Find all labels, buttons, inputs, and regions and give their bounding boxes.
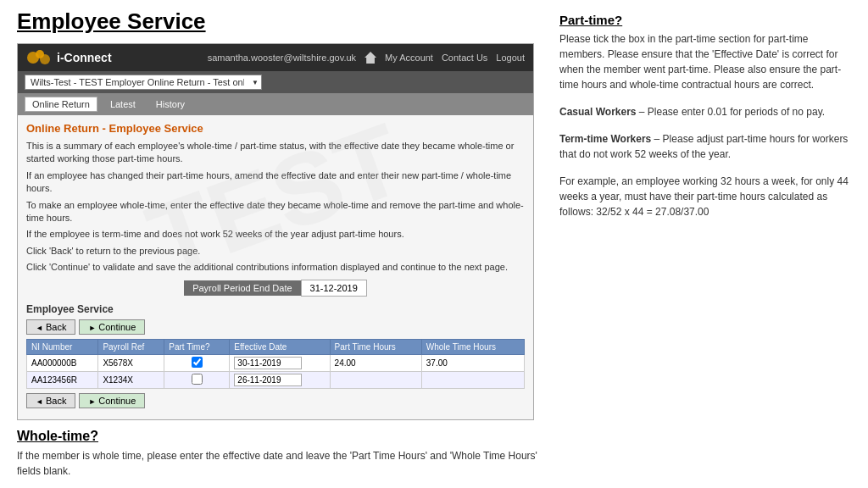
app-window: i-Connect samantha.wooster@wiltshire.gov… <box>17 43 534 420</box>
desc-2: If an employee has changed their part-ti… <box>26 169 525 196</box>
nav-dropdown-wrap[interactable]: Wilts-Test - TEST Employer Online Return… <box>25 75 262 90</box>
term-time-section: Term-time Workers – Please adjust part-t… <box>559 131 851 162</box>
part-time-section: Part-time? Please tick the box in the pa… <box>559 13 851 92</box>
col-ni: NI Number <box>27 339 98 354</box>
effective-date-input-2[interactable] <box>234 374 302 386</box>
back-arrow-icon-bottom <box>36 396 43 406</box>
app-logo: i-Connect <box>26 49 112 66</box>
tab-history[interactable]: History <box>148 97 192 112</box>
part-time-check-2[interactable] <box>164 371 230 388</box>
example-text: For example, an employee working 32 hour… <box>559 174 851 219</box>
table-row: AA123456R X1234X <box>27 371 525 388</box>
back-label-bottom: Back <box>46 396 66 406</box>
payroll-ref-2: X1234X <box>98 371 164 388</box>
casual-heading: Casual Workers <box>559 106 637 118</box>
part-time-heading: Part-time? <box>559 13 851 27</box>
back-button-bottom[interactable]: Back <box>26 393 75 408</box>
effective-date-1[interactable] <box>230 354 330 371</box>
desc-5: Click 'Back' to return to the previous p… <box>26 245 525 258</box>
user-email: samantha.wooster@wiltshire.gov.uk <box>208 53 356 63</box>
bottom-btn-bar: Back Continue <box>26 393 525 408</box>
home-icon[interactable] <box>364 52 376 64</box>
logo-icon <box>26 49 52 66</box>
desc-3: To make an employee whole-time, enter th… <box>26 199 525 225</box>
app-name: i-Connect <box>57 51 112 64</box>
payroll-period: Payroll Period End Date 31-12-2019 <box>26 280 525 297</box>
effective-date-input-1[interactable] <box>234 357 302 369</box>
desc-6: Click 'Continue' to validate and save th… <box>26 261 525 274</box>
top-btn-bar: Back Continue <box>26 319 525 335</box>
nav-bar: Wilts-Test - TEST Employer Online Return… <box>18 71 533 93</box>
payroll-period-label: Payroll Period End Date <box>184 280 300 296</box>
right-panel: Part-time? Please tick the box in the pa… <box>559 8 851 479</box>
page-title: Employee Service <box>17 8 542 35</box>
continue-label-bottom: Continue <box>98 396 136 406</box>
back-arrow-icon <box>36 322 43 332</box>
section-title: Online Return - Employee Service <box>26 122 525 135</box>
employee-service-label: Employee Service <box>26 303 525 315</box>
tab-latest[interactable]: Latest <box>103 97 143 112</box>
logout-link[interactable]: Logout <box>496 53 525 63</box>
continue-arrow-icon <box>88 322 96 332</box>
effective-date-2[interactable] <box>230 371 330 388</box>
wt-hours-2 <box>421 371 524 388</box>
continue-button-bottom[interactable]: Continue <box>79 393 145 408</box>
part-time-checkbox-2[interactable] <box>192 374 203 385</box>
pt-hours-2 <box>330 371 421 388</box>
continue-label-top: Continue <box>98 322 136 332</box>
table-row: AA000000B X5678X 24.00 37.00 <box>27 354 525 371</box>
ni-number-2: AA123456R <box>27 371 98 388</box>
my-account-link[interactable]: My Account <box>385 53 433 63</box>
app-header: i-Connect samantha.wooster@wiltshire.gov… <box>18 44 533 71</box>
employee-table: NI Number Payroll Ref Part Time? Effecti… <box>26 339 525 389</box>
whole-time-text: If the member is whole time, please ente… <box>17 448 542 479</box>
casual-text: Casual Workers – Please enter 0.01 for p… <box>559 104 851 119</box>
payroll-ref-1: X5678X <box>98 354 164 371</box>
continue-arrow-icon-bottom <box>88 396 96 406</box>
col-payroll: Payroll Ref <box>98 339 164 354</box>
app-content: TEST Online Return - Employee Service Th… <box>18 115 533 419</box>
term-time-heading: Term-time Workers <box>559 133 651 145</box>
col-effective: Effective Date <box>230 339 330 354</box>
part-time-check-1[interactable] <box>164 354 230 371</box>
employer-dropdown[interactable]: Wilts-Test - TEST Employer Online Return… <box>25 75 262 90</box>
desc-4: If the employee is term-time and does no… <box>26 228 525 241</box>
ni-number-1: AA000000B <box>27 354 98 371</box>
col-pt-hours: Part Time Hours <box>330 339 421 354</box>
svg-point-2 <box>40 54 50 64</box>
employee-service-section: Employee Service Back Continue <box>26 303 525 408</box>
pt-hours-1: 24.00 <box>330 354 421 371</box>
col-parttime: Part Time? <box>164 339 230 354</box>
part-time-checkbox-1[interactable] <box>192 357 203 368</box>
payroll-period-value: 31-12-2019 <box>301 280 367 297</box>
header-right: samantha.wooster@wiltshire.gov.uk My Acc… <box>208 52 525 64</box>
casual-body: – Please enter 0.01 for periods of no pa… <box>639 106 825 118</box>
wt-hours-1: 37.00 <box>421 354 524 371</box>
whole-time-section: Whole-time? If the member is whole time,… <box>17 429 542 479</box>
term-time-text: Term-time Workers – Please adjust part-t… <box>559 131 851 162</box>
back-button-top[interactable]: Back <box>26 319 75 335</box>
casual-workers-section: Casual Workers – Please enter 0.01 for p… <box>559 104 851 119</box>
whole-time-heading: Whole-time? <box>17 429 542 444</box>
col-wt-hours: Whole Time Hours <box>421 339 524 354</box>
back-label-top: Back <box>46 322 66 332</box>
desc-1: This is a summary of each employee's who… <box>26 140 525 166</box>
example-section: For example, an employee working 32 hour… <box>559 174 851 219</box>
continue-button-top[interactable]: Continue <box>79 319 145 335</box>
tab-online-return[interactable]: Online Return <box>25 97 97 112</box>
contact-us-link[interactable]: Contact Us <box>442 53 487 63</box>
tabs-bar: Online Return Latest History <box>18 93 533 115</box>
part-time-text: Please tick the box in the part-time sec… <box>559 31 851 92</box>
